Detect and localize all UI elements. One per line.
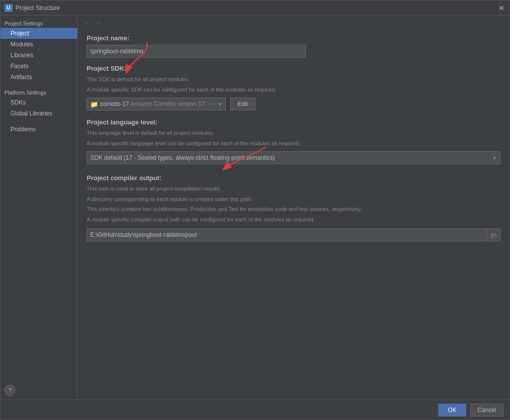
forward-button[interactable]: → xyxy=(94,18,103,26)
lang-chevron-icon: ▼ xyxy=(492,155,497,161)
compiler-section: Project compiler output: This path is us… xyxy=(87,174,501,241)
back-button[interactable]: ← xyxy=(83,18,92,26)
sidebar-item-libraries[interactable]: Libraries xyxy=(0,50,77,61)
project-structure-dialog: U Project Structure ✕ Project Settings P… xyxy=(0,0,510,420)
help-button[interactable]: ? xyxy=(4,385,15,396)
sidebar-item-modules[interactable]: Modules xyxy=(0,39,77,50)
close-button[interactable]: ✕ xyxy=(498,4,506,12)
sdk-dropdown-text: corretto-17 Amazon Corretto version 17. xyxy=(100,101,216,107)
sdk-desc2: A module specific SDK can be configured … xyxy=(87,86,501,94)
lang-desc1: This language level is default for all p… xyxy=(87,129,501,137)
sdk-edit-button[interactable]: Edit xyxy=(230,98,255,110)
compiler-output-row: 🗁 xyxy=(87,228,501,241)
folder-icon: 📁 xyxy=(90,101,98,108)
lang-dropdown-text: SDK default (17 - Sealed types, always-s… xyxy=(90,154,492,161)
platform-settings-header: Platform Settings xyxy=(0,87,77,97)
lang-dropdown[interactable]: SDK default (17 - Sealed types, always-s… xyxy=(87,151,501,164)
project-settings-header: Project Settings xyxy=(0,17,77,28)
compiler-output-input[interactable] xyxy=(87,228,487,241)
sdk-desc1: This SDK is default for all project modu… xyxy=(87,75,501,84)
compiler-desc3: This directory contains two subdirectori… xyxy=(87,205,501,213)
sidebar-item-sdks[interactable]: SDKs xyxy=(0,97,77,108)
sidebar-item-global-libraries[interactable]: Global Libraries xyxy=(0,108,77,119)
sidebar: Project Settings Project Modules Librari… xyxy=(0,15,78,400)
sidebar-item-facets[interactable]: Facets xyxy=(0,61,77,72)
lang-level-section: Project language level: This language le… xyxy=(87,118,501,164)
content-body: Project name: Project SDK: This SDK is d… xyxy=(78,29,510,400)
lang-desc2: A module specific language level can be … xyxy=(87,139,501,148)
sidebar-item-artifacts[interactable]: Artifacts xyxy=(0,72,77,83)
main-area: Project Settings Project Modules Librari… xyxy=(0,15,510,400)
cancel-button[interactable]: Cancel xyxy=(470,404,504,417)
sdk-dropdown[interactable]: 📁 corretto-17 Amazon Corretto version 17… xyxy=(87,98,226,110)
project-name-label: Project name: xyxy=(87,34,501,42)
sdk-short-label: corretto-17 xyxy=(100,101,129,107)
title-bar: U Project Structure ✕ xyxy=(0,0,510,15)
compiler-desc2: A directory corresponding to each module… xyxy=(87,195,501,204)
sdk-title: Project SDK: xyxy=(87,65,501,72)
sidebar-item-project[interactable]: Project xyxy=(0,28,77,39)
lang-dropdown-wrap: SDK default (17 - Sealed types, always-s… xyxy=(87,151,501,164)
content-panel: ← → Project name: Project SDK: This SDK … xyxy=(78,15,510,400)
sdk-chevron-icon: ▼ xyxy=(218,102,223,107)
compiler-title: Project compiler output: xyxy=(87,174,501,182)
project-name-input[interactable] xyxy=(87,45,306,58)
sdk-detail-label: Amazon Corretto version 17. xyxy=(130,101,207,107)
sdk-section: Project SDK: This SDK is default for all… xyxy=(87,65,501,110)
folder-browse-icon: 🗁 xyxy=(491,231,497,239)
dialog-title: Project Structure xyxy=(15,4,498,11)
compiler-desc4: A module specific compiler output path c… xyxy=(87,215,501,224)
lang-title: Project language level: xyxy=(87,118,501,126)
compiler-browse-button[interactable]: 🗁 xyxy=(487,228,501,241)
sidebar-item-problems[interactable]: Problems xyxy=(0,124,77,135)
nav-arrows: ← → xyxy=(78,15,510,29)
sdk-row: 📁 corretto-17 Amazon Corretto version 17… xyxy=(87,98,501,110)
compiler-desc1: This path is used to store all project c… xyxy=(87,185,501,193)
ok-button[interactable]: OK xyxy=(438,404,466,417)
app-icon: U xyxy=(4,4,12,12)
sidebar-bottom: ? xyxy=(0,381,77,400)
bottom-bar: OK Cancel xyxy=(0,400,510,420)
